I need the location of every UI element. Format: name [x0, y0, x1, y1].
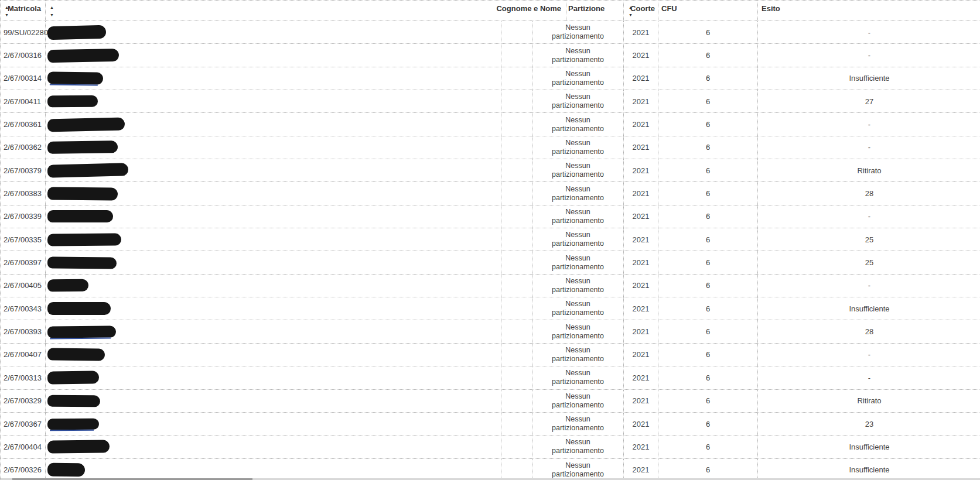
column-header-coorte[interactable]: ▲ ▼ Coorte: [624, 1, 658, 21]
table-row: 2/67/00343 Nessun partizionamento 2021 6…: [1, 297, 980, 320]
student-name-cell[interactable]: [46, 205, 501, 228]
student-name-cell[interactable]: [46, 251, 501, 273]
student-name-cell[interactable]: [46, 459, 501, 480]
cfu-cell: 6: [658, 320, 758, 342]
esito-value: Insufficiente: [849, 304, 889, 313]
partizione-value: Nessun partizionamento: [544, 139, 613, 156]
student-name-cell[interactable]: [46, 182, 501, 204]
student-name-cell[interactable]: [46, 67, 501, 90]
sort-asc-icon[interactable]: ▲: [5, 5, 9, 9]
matricola-value: 2/67/00407: [4, 350, 42, 359]
student-name-cell[interactable]: [46, 366, 501, 389]
coorte-cell: 2021: [624, 205, 658, 228]
redacted-student-name: [47, 72, 103, 85]
student-name-cell[interactable]: [46, 159, 501, 181]
column-header-matricola[interactable]: ▲ ▼ Matricola: [1, 1, 46, 21]
coorte-cell: 2021: [624, 297, 658, 320]
cfu-value: 6: [706, 74, 710, 83]
empty-cell: [501, 344, 532, 366]
student-name-cell[interactable]: [46, 228, 501, 251]
esito-cell: -: [758, 136, 980, 159]
cfu-cell: 6: [658, 459, 758, 480]
redacted-student-name: [47, 163, 129, 178]
sort-arrows: ▲ ▼: [5, 5, 9, 17]
matricola-cell: 2/67/00316: [1, 44, 46, 66]
student-name-cell[interactable]: [46, 113, 501, 135]
cfu-cell: 6: [658, 297, 758, 320]
student-name-cell[interactable]: [46, 275, 501, 297]
esito-value: 28: [865, 189, 873, 198]
empty-cell: [501, 366, 532, 389]
esito-value: Insufficiente: [849, 74, 889, 83]
esito-value: -: [868, 373, 870, 382]
matricola-value: 2/67/00316: [4, 51, 42, 60]
student-name-cell[interactable]: [46, 90, 501, 112]
student-name-cell[interactable]: [46, 44, 501, 66]
coorte-value: 2021: [633, 350, 650, 359]
column-header-cognome-e-nome[interactable]: ▲ ▼ Cognome e Nome: [46, 1, 566, 21]
redacted-student-name: [47, 440, 110, 454]
redacted-student-name: [47, 279, 88, 292]
partizione-cell: Nessun partizionamento: [532, 205, 624, 228]
esito-cell: -: [758, 205, 980, 228]
coorte-cell: 2021: [624, 113, 658, 135]
sort-asc-icon[interactable]: ▲: [50, 5, 54, 9]
coorte-value: 2021: [633, 396, 650, 405]
esito-value: Insufficiente: [849, 465, 889, 474]
cfu-value: 6: [706, 189, 710, 198]
student-name-cell[interactable]: [46, 413, 501, 435]
student-name-cell[interactable]: [46, 320, 501, 342]
matricola-cell: 2/67/00404: [1, 436, 46, 458]
cfu-value: 6: [706, 281, 710, 290]
student-name-cell[interactable]: [46, 297, 501, 320]
coorte-value: 2021: [633, 166, 650, 175]
column-header-partizione: Partizione: [566, 1, 624, 21]
sort-desc-icon[interactable]: ▼: [50, 13, 54, 17]
coorte-cell: 2021: [624, 344, 658, 366]
coorte-value: 2021: [633, 327, 650, 336]
matricola-cell: 2/67/00361: [1, 113, 46, 135]
student-name-cell[interactable]: [46, 136, 501, 159]
column-header-cfu: CFU: [658, 1, 758, 21]
cfu-value: 6: [706, 51, 710, 60]
redacted-student-name: [47, 141, 118, 155]
sort-desc-icon[interactable]: ▼: [629, 13, 633, 17]
partizione-value: Nessun partizionamento: [544, 92, 613, 110]
exam-results-table: ▲ ▼ Matricola ▲ ▼ Cognome e Nome Partizi…: [0, 0, 980, 480]
sort-asc-icon[interactable]: ▲: [629, 5, 633, 9]
matricola-cell: 2/67/00313: [1, 366, 46, 389]
esito-cell: Ritirato: [758, 159, 980, 181]
matricola-cell: 2/67/00407: [1, 344, 46, 366]
cfu-value: 6: [706, 166, 710, 175]
esito-cell: Insufficiente: [758, 297, 980, 320]
empty-cell: [501, 459, 532, 480]
empty-cell: [501, 205, 532, 228]
empty-cell: [501, 44, 532, 66]
esito-cell: 27: [758, 90, 980, 112]
table-row: 99/SU/02280 Nessun partizionamento 2021 …: [1, 21, 980, 44]
partizione-value: Nessun partizionamento: [544, 461, 613, 479]
cfu-value: 6: [706, 327, 710, 336]
student-name-cell[interactable]: [46, 436, 501, 458]
matricola-value: 2/67/00314: [4, 74, 42, 83]
cfu-cell: 6: [658, 344, 758, 366]
student-name-cell[interactable]: [46, 390, 501, 412]
student-name-cell[interactable]: [46, 344, 501, 366]
partizione-cell: Nessun partizionamento: [532, 159, 624, 181]
matricola-value: 2/67/00329: [4, 396, 42, 405]
partizione-cell: Nessun partizionamento: [532, 44, 624, 66]
matricola-cell: 2/67/00314: [1, 67, 46, 90]
student-name-cell[interactable]: [46, 21, 501, 43]
partizione-cell: Nessun partizionamento: [532, 90, 624, 112]
esito-cell: -: [758, 21, 980, 43]
esito-cell: 28: [758, 182, 980, 204]
matricola-value: 2/67/00393: [4, 327, 42, 336]
matricola-cell: 99/SU/02280: [1, 21, 46, 43]
coorte-value: 2021: [633, 97, 650, 106]
sort-desc-icon[interactable]: ▼: [5, 13, 9, 17]
partizione-value: Nessun partizionamento: [544, 116, 613, 133]
column-header-esito: Esito: [758, 1, 980, 21]
table-row: 2/67/00405 Nessun partizionamento 2021 6…: [1, 275, 980, 297]
matricola-value: 2/67/00379: [4, 166, 42, 175]
partizione-value: Nessun partizionamento: [544, 231, 613, 248]
